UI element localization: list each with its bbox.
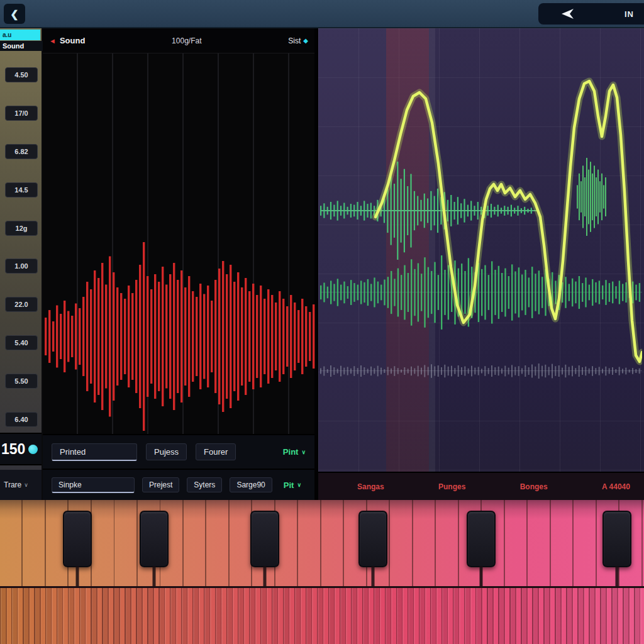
pint-dropdown-label: Pint (283, 447, 299, 457)
sidebar: a.u Sound 4.50 17/0 6.82 14.5 12g 1.00 2… (0, 28, 43, 500)
fourier-button[interactable]: Fourer (196, 443, 236, 460)
in-label: IN (625, 9, 644, 19)
track-tab[interactable]: Bonges (520, 482, 548, 491)
param-value[interactable]: 17/0 (5, 106, 38, 121)
sound-editor-mode[interactable]: Sist (288, 36, 301, 45)
track-tab[interactable]: A 44040 (602, 482, 630, 491)
key-stem (480, 566, 483, 586)
black-key[interactable] (250, 511, 279, 567)
editor-toolbar-row-1: Printed Pujess Fourer Pint ∨ (43, 434, 314, 469)
audio-workstation-app: ❮ IN a.u Sound 4.50 17/0 6.82 14.5 12g 1… (0, 0, 644, 644)
sinpke-field[interactable]: Sinpke (52, 477, 135, 493)
black-key[interactable] (140, 511, 169, 567)
sound-editor-format: 100g/Fat (85, 36, 288, 45)
key-stem (616, 566, 619, 586)
red-waveform-display[interactable] (43, 53, 314, 434)
black-key[interactable] (467, 511, 496, 567)
black-key[interactable] (63, 511, 92, 567)
chevron-down-icon: ∨ (297, 482, 301, 488)
record-arrow-icon: ◄ (49, 37, 56, 45)
green-waveform-svg (320, 28, 642, 472)
cursor-arrow-icon (560, 8, 575, 20)
workspace: a.u Sound 4.50 17/0 6.82 14.5 12g 1.00 2… (0, 28, 644, 500)
pit-dropdown-label: Pit (284, 480, 294, 490)
track-tab[interactable]: Sangas (357, 482, 384, 491)
input-monitor-button[interactable]: IN (538, 3, 644, 25)
tempo-value: 150 (1, 441, 25, 458)
black-key[interactable] (358, 511, 387, 567)
chevron-down-icon: ∨ (24, 482, 28, 488)
pujess-button[interactable]: Pujess (146, 443, 187, 460)
track-tab[interactable]: Punges (438, 482, 465, 491)
multitrack-waveform-display[interactable] (318, 28, 644, 472)
back-chevron-icon: ❮ (10, 8, 18, 20)
chevron-down-icon: ∨ (301, 449, 306, 455)
sound-editor-header: ◄ Sound 100g/Fat Sist ◆ (43, 28, 314, 53)
multitrack-panel: Sangas Punges Bonges A 44040 (318, 28, 644, 500)
trace-dropdown-label: Trare (4, 480, 21, 489)
editor-toolbar-row-2: Sinpke Prejest Syters Sarge90 Pit ∨ (43, 469, 314, 500)
piano-keyboard[interactable] (0, 500, 644, 586)
diamond-icon: ◆ (303, 37, 308, 44)
param-value[interactable]: 12g (5, 221, 38, 236)
black-key[interactable] (602, 511, 631, 567)
keyboard-stripe-strip (0, 586, 644, 644)
sidebar-tab-au[interactable]: a.u (0, 30, 40, 40)
red-waveform-svg (43, 53, 317, 434)
param-value[interactable]: 6.40 (5, 412, 38, 427)
key-stem (153, 566, 156, 586)
key-stem (76, 566, 79, 586)
param-value[interactable]: 5.40 (5, 335, 38, 350)
prejest-button[interactable]: Prejest (142, 477, 179, 492)
syters-button[interactable]: Syters (187, 477, 222, 492)
sound-editor-title: Sound (60, 36, 85, 45)
top-bar: ❮ IN (0, 0, 644, 28)
param-value[interactable]: 22.0 (5, 297, 38, 312)
parameter-value-list: 4.50 17/0 6.82 14.5 12g 1.00 22.0 5.40 5… (5, 67, 38, 427)
param-value[interactable]: 14.5 (5, 182, 38, 197)
back-button[interactable]: ❮ (4, 4, 25, 24)
key-stem (264, 566, 267, 586)
pint-dropdown[interactable]: Pint ∨ (283, 447, 306, 457)
sound-editor-panel: ◄ Sound 100g/Fat Sist ◆ Printed Pujess F… (43, 28, 318, 500)
tempo-display[interactable]: 150 (0, 433, 42, 465)
key-stem (372, 566, 375, 586)
trace-dropdown[interactable]: Trare ∨ (0, 470, 42, 500)
printed-field[interactable]: Printed (52, 443, 137, 461)
param-value[interactable]: 1.00 (5, 258, 38, 274)
param-value[interactable]: 6.82 (5, 144, 38, 159)
sarge90-button[interactable]: Sarge90 (230, 477, 272, 492)
param-value[interactable]: 4.50 (5, 67, 38, 82)
knob-icon (28, 445, 38, 454)
param-value[interactable]: 5.50 (5, 374, 38, 389)
pit-dropdown[interactable]: Pit ∨ (284, 480, 301, 490)
track-tabs-row: Sangas Punges Bonges A 44040 (318, 472, 644, 500)
sidebar-title: Sound (0, 41, 44, 51)
